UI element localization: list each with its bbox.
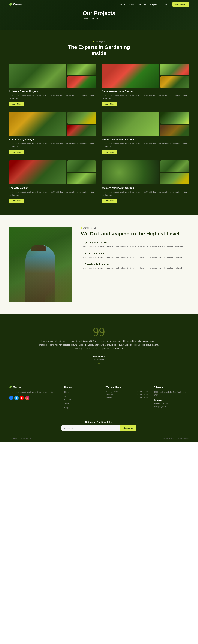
- footer-address-heading: Address: [154, 386, 189, 388]
- footer-contact-heading: Contact: [154, 399, 189, 401]
- footer-hours-row-1: Monday - Friday 07:00 - 22:00: [106, 390, 148, 393]
- instagram-icon[interactable]: ◉: [25, 396, 30, 400]
- project-side-images: [160, 112, 189, 136]
- learn-more-button[interactable]: Learn More: [9, 199, 24, 203]
- facebook-icon[interactable]: f: [9, 396, 13, 400]
- why-item-1-description: Lorem ipsum dolor sit amet, consectetur …: [81, 245, 189, 248]
- why-item-2: 02. Expert Guidance Lorem ipsum dolor si…: [81, 252, 189, 259]
- why-item-3: 03. Sustainable Practices Lorem ipsum do…: [81, 263, 189, 270]
- nav-logo[interactable]: Greend: [9, 3, 23, 6]
- why-section-tag: Why Choose Us: [81, 227, 189, 229]
- project-images: [9, 64, 96, 88]
- testimonial-text: Lorem ipsum dolor sit amet, consectetur …: [39, 339, 159, 351]
- project-side-top-image: [160, 64, 189, 76]
- nav-services[interactable]: Services: [138, 3, 146, 6]
- project-side-bot-image: [67, 173, 96, 184]
- footer-explore-col: Explore Home About Services Team Blogs: [64, 386, 100, 410]
- testimonial-designation: Designation: [9, 358, 189, 360]
- project-side-images: [160, 160, 189, 184]
- footer-hours-row-3: Sunday 10:00 - 18:00: [106, 396, 148, 399]
- project-side-bot-image: [67, 124, 96, 136]
- footer-logo: Greend: [9, 386, 58, 389]
- project-card-modern-minimalist-2: Modern Minimalist Garden Lorem ipsum dol…: [102, 160, 189, 203]
- project-description: Lorem ipsum dolor sit amet, consectetur …: [9, 94, 96, 100]
- footer-address-col: Address 034 Erling Knolls, Lake Kern Nor…: [154, 386, 189, 410]
- project-images: [102, 112, 189, 136]
- footer: Greend Lorem ipsum dolor sit amet, conse…: [0, 376, 198, 442]
- chevron-down-icon: ▾: [156, 3, 157, 6]
- learn-more-button[interactable]: Learn More: [9, 150, 24, 154]
- learn-more-button[interactable]: Learn More: [102, 102, 117, 106]
- footer-email: example@mail.com: [154, 405, 189, 408]
- project-side-top-image: [67, 160, 96, 172]
- breadcrumb-current: Projects: [91, 18, 98, 20]
- footer-link-services[interactable]: Services: [64, 399, 71, 401]
- get-started-button[interactable]: Get Started: [172, 2, 189, 7]
- project-title: Modern Minimalist Garden: [102, 186, 189, 190]
- project-images: [9, 112, 96, 136]
- project-description: Lorem ipsum dolor sit amet, consectetur …: [102, 94, 189, 100]
- footer-terms-link[interactable]: Terms & Services: [176, 438, 189, 440]
- footer-link-team[interactable]: Team: [64, 403, 69, 405]
- dot-1[interactable]: [98, 363, 100, 364]
- footer-leaf-icon: [9, 386, 12, 389]
- nav-home[interactable]: Home: [120, 3, 125, 6]
- learn-more-button[interactable]: Learn More: [9, 102, 24, 106]
- project-card-modern-minimalist-1: Modern Minimalist Garden Lorem ipsum dol…: [102, 112, 189, 154]
- nav-about[interactable]: About: [129, 3, 134, 6]
- why-item-1: 01. Quality You Can Trust Lorem ipsum do…: [81, 241, 189, 248]
- projects-section-tag: Our Projects: [9, 40, 189, 42]
- newsletter-subscribe-button[interactable]: Subscribe: [120, 426, 136, 431]
- project-side-images: [67, 64, 96, 88]
- navbar: Greend Home About Services Pages ▾ Conta…: [0, 0, 198, 9]
- footer-address-text: 034 Erling Knolls, Lake Kern North Dakot…: [154, 390, 189, 397]
- project-images: [9, 160, 96, 184]
- projects-grid: Chinese Garden Project Lorem ipsum dolor…: [9, 64, 189, 203]
- social-icons: f t ▶ ◉: [9, 396, 58, 400]
- project-side-images: [67, 112, 96, 136]
- project-side-top-image: [160, 160, 189, 172]
- testimonial-author: Testimonial #1: [9, 355, 189, 358]
- footer-bottom: Copyright © 2024 X0x Project Privacy Pol…: [9, 435, 189, 440]
- why-item-3-description: Lorem ipsum dolor sit amet, consectetur …: [81, 267, 189, 270]
- newsletter-heading: Subscribe Our Newsletter: [9, 421, 189, 423]
- project-side-images: [67, 160, 96, 184]
- learn-more-button[interactable]: Learn More: [102, 199, 117, 203]
- twitter-icon[interactable]: t: [14, 396, 18, 400]
- project-side-top-image: [160, 112, 189, 124]
- project-side-bot-image: [67, 76, 96, 88]
- testimonial-section: 99 Lorem ipsum dolor sit amet, consectet…: [0, 314, 198, 377]
- breadcrumb-home[interactable]: Home: [83, 18, 88, 20]
- project-main-image: [9, 160, 66, 184]
- footer-bottom-links: Privacy Policy Terms & Services: [164, 438, 189, 440]
- footer-link-about[interactable]: About: [64, 395, 69, 397]
- learn-more-button[interactable]: Learn More: [102, 150, 117, 154]
- hero-title: Our Projects: [83, 10, 115, 16]
- project-card-zen-garden: The Zen Garden Lorem ipsum dolor sit ame…: [9, 160, 96, 203]
- project-main-image: [102, 64, 160, 88]
- footer-link-blogs[interactable]: Blogs: [64, 407, 69, 409]
- footer-grid: Greend Lorem ipsum dolor sit amet, conse…: [9, 386, 189, 410]
- project-images: [102, 160, 189, 184]
- project-card-simple-cozy: Simple Cozy Backyard Lorem ipsum dolor s…: [9, 112, 96, 154]
- project-title: Chinese Garden Project: [9, 90, 96, 93]
- nav-contact[interactable]: Contact: [162, 3, 168, 6]
- project-title: Simple Cozy Backyard: [9, 138, 96, 141]
- nav-pages[interactable]: Pages ▾: [150, 3, 157, 6]
- leaf-icon: [9, 3, 12, 6]
- project-description: Lorem ipsum dolor sit amet, consectetur …: [102, 142, 189, 148]
- project-description: Lorem ipsum dolor sit amet, consectetur …: [102, 191, 189, 196]
- footer-link-home[interactable]: Home: [64, 391, 69, 393]
- breadcrumb: Home › Projects: [83, 18, 115, 20]
- project-side-bot-image: [160, 76, 189, 88]
- why-item-1-title: 01. Quality You Can Trust: [81, 241, 189, 244]
- youtube-icon[interactable]: ▶: [20, 396, 24, 400]
- testimonial-dots: [9, 363, 189, 364]
- why-content: Why Choose Us We Do Landscaping to the H…: [81, 227, 189, 274]
- project-side-top-image: [67, 112, 96, 124]
- newsletter-email-input[interactable]: [62, 426, 120, 431]
- project-main-image: [102, 112, 160, 136]
- footer-privacy-policy-link[interactable]: Privacy Policy: [164, 438, 174, 440]
- project-main-image: [9, 64, 66, 88]
- footer-copyright: Copyright © 2024 X0x Project: [9, 438, 31, 440]
